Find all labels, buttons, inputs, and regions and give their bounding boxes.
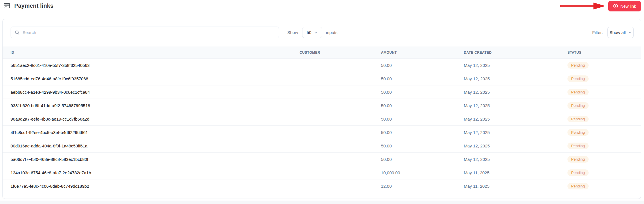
- table-row[interactable]: 5a06d7f7-45f0-468e-88c8-583ec1bcb80f50.0…: [3, 153, 641, 166]
- row-status-cell: Pending: [559, 62, 641, 69]
- status-badge: Pending: [567, 75, 589, 82]
- chevron-down-icon: [629, 31, 632, 34]
- table-row[interactable]: 00d016ae-adda-404a-8f0f-1a48c53ff61a50.0…: [3, 139, 641, 153]
- row-amount-cell: 12.00: [373, 184, 456, 189]
- row-amount-cell: 50.00: [373, 76, 456, 81]
- payment-links-table: ID CUSTOMER AMOUNT DATE CREATED STATUS 5…: [3, 47, 641, 193]
- row-status-cell: Pending: [559, 116, 641, 122]
- page-background-strip: [0, 201, 644, 204]
- search-input[interactable]: [23, 30, 275, 35]
- row-date-created-cell: May 12, 2025: [456, 103, 559, 108]
- row-id-cell: 134a103c-6754-46e8-afa7-2e24782e7a1b: [3, 170, 292, 175]
- row-status-cell: Pending: [559, 75, 641, 82]
- status-badge: Pending: [567, 143, 589, 149]
- page-size-select[interactable]: 50: [302, 27, 322, 38]
- status-badge: Pending: [567, 116, 589, 122]
- table-row[interactable]: 51685cdd-ed76-4d46-a8fc-f0c6f935706850.0…: [3, 72, 641, 85]
- page-title: Payment links: [14, 3, 53, 9]
- row-amount-cell: 50.00: [373, 103, 456, 108]
- row-amount-cell: 50.00: [373, 90, 456, 95]
- table-row[interactable]: 4f1c8cc1-92ee-4bc5-a3ef-b4d622f5466150.0…: [3, 126, 641, 139]
- column-header-amount: AMOUNT: [373, 51, 456, 55]
- status-badge: Pending: [567, 89, 589, 95]
- status-badge: Pending: [567, 183, 589, 189]
- table-row[interactable]: 96a9d2a7-eefe-4b8c-ae19-cc1d7fb56a2d50.0…: [3, 112, 641, 126]
- row-date-created-cell: May 12, 2025: [456, 90, 559, 95]
- row-amount-cell: 50.00: [373, 143, 456, 148]
- column-header-status: STATUS: [559, 51, 641, 55]
- row-id-cell: 5651aec2-8c61-410a-b5f7-3b8f32540b63: [3, 63, 292, 68]
- status-badge: Pending: [567, 169, 589, 176]
- row-id-cell: aebb8cc4-a1e3-4299-9b34-0c6ec1cfca84: [3, 90, 292, 95]
- status-badge: Pending: [567, 102, 589, 109]
- row-date-created-cell: May 12, 2025: [456, 76, 559, 81]
- row-date-created-cell: May 11, 2025: [456, 184, 559, 189]
- row-date-created-cell: May 12, 2025: [456, 63, 559, 68]
- table-body: 5651aec2-8c61-410a-b5f7-3b8f32540b6350.0…: [3, 59, 641, 193]
- filter-label: Filter:: [592, 30, 603, 35]
- row-id-cell: 9381b620-bd9f-41dd-a9f2-574687995518: [3, 103, 292, 108]
- page-header: Payment links New link: [0, 0, 644, 14]
- chevron-down-icon: [314, 31, 317, 34]
- row-date-created-cell: May 12, 2025: [456, 130, 559, 135]
- row-amount-cell: 50.00: [373, 130, 456, 135]
- row-status-cell: Pending: [559, 156, 641, 163]
- table-row[interactable]: 5651aec2-8c61-410a-b5f7-3b8f32540b6350.0…: [3, 59, 641, 72]
- show-label: Show: [287, 30, 298, 35]
- table-row[interactable]: 9381b620-bd9f-41dd-a9f2-57468799551850.0…: [3, 99, 641, 112]
- table-header-row: ID CUSTOMER AMOUNT DATE CREATED STATUS: [3, 47, 641, 59]
- row-id-cell: 00d016ae-adda-404a-8f0f-1a48c53ff61a: [3, 143, 292, 148]
- table-row[interactable]: 1f6e77a5-fe8c-4c06-8deb-8c749dc189b212.0…: [3, 179, 641, 193]
- row-status-cell: Pending: [559, 102, 641, 109]
- status-badge: Pending: [567, 129, 589, 136]
- row-status-cell: Pending: [559, 89, 641, 95]
- table-row[interactable]: aebb8cc4-a1e3-4299-9b34-0c6ec1cfca8450.0…: [3, 85, 641, 99]
- row-id-cell: 5a06d7f7-45f0-468e-88c8-583ec1bcb80f: [3, 157, 292, 162]
- plus-circle-icon: [613, 4, 618, 9]
- row-id-cell: 51685cdd-ed76-4d46-a8fc-f0c6f9357068: [3, 76, 292, 81]
- row-date-created-cell: May 12, 2025: [456, 143, 559, 148]
- table-toolbar: Show 50 inputs Filter: Show all: [3, 19, 641, 47]
- table-row[interactable]: 134a103c-6754-46e8-afa7-2e24782e7a1b10,0…: [3, 166, 641, 179]
- row-amount-cell: 50.00: [373, 63, 456, 68]
- new-link-button-label: New link: [620, 4, 636, 9]
- search-icon: [15, 30, 19, 35]
- row-id-cell: 96a9d2a7-eefe-4b8c-ae19-cc1d7fb56a2d: [3, 117, 292, 121]
- payment-links-card: Show 50 inputs Filter: Show all: [2, 19, 641, 199]
- credit-card-icon: [3, 2, 10, 9]
- row-amount-cell: 50.00: [373, 117, 456, 121]
- column-header-id: ID: [3, 51, 292, 55]
- status-filter-value: Show all: [609, 30, 626, 35]
- column-header-customer: CUSTOMER: [292, 51, 373, 55]
- row-status-cell: Pending: [559, 143, 641, 149]
- new-link-button[interactable]: New link: [608, 1, 641, 11]
- row-amount-cell: 10,000.00: [373, 170, 456, 175]
- row-date-created-cell: May 12, 2025: [456, 117, 559, 121]
- payment-links-page: Payment links New link: [0, 0, 644, 204]
- row-status-cell: Pending: [559, 129, 641, 136]
- row-id-cell: 1f6e77a5-fe8c-4c06-8deb-8c749dc189b2: [3, 184, 292, 189]
- row-status-cell: Pending: [559, 169, 641, 176]
- status-badge: Pending: [567, 62, 589, 69]
- column-header-date-created: DATE CREATED: [456, 51, 559, 55]
- row-status-cell: Pending: [559, 183, 641, 189]
- search-box[interactable]: [11, 27, 279, 38]
- status-filter-select[interactable]: Show all: [607, 27, 634, 38]
- page-size-value: 50: [307, 30, 312, 35]
- red-arrow-annotation: [560, 2, 607, 10]
- status-badge: Pending: [567, 156, 589, 163]
- row-amount-cell: 50.00: [373, 157, 456, 162]
- row-date-created-cell: May 11, 2025: [456, 170, 559, 175]
- row-date-created-cell: May 12, 2025: [456, 157, 559, 162]
- inputs-label: inputs: [326, 30, 338, 35]
- row-id-cell: 4f1c8cc1-92ee-4bc5-a3ef-b4d622f54661: [3, 130, 292, 135]
